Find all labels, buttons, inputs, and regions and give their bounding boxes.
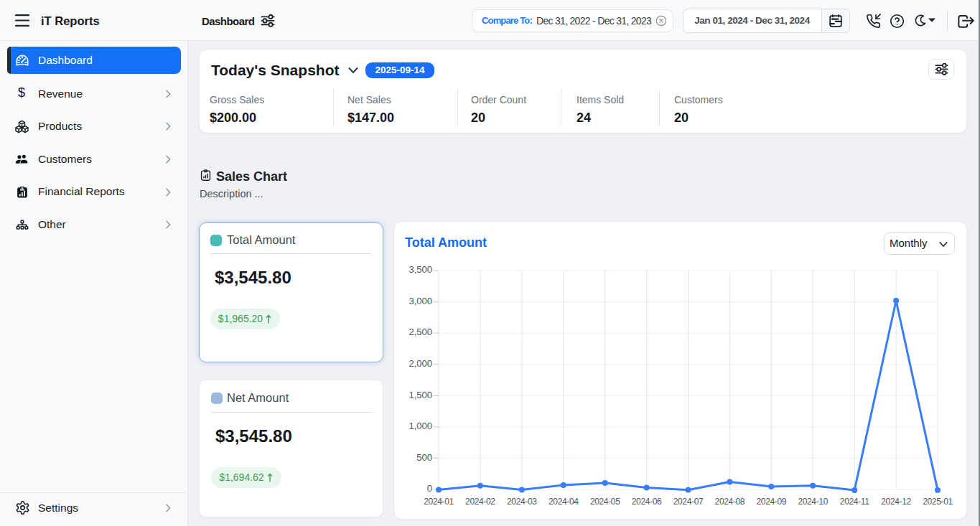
svg-text:2024-07: 2024-07 [673,497,704,507]
svg-text:2024-09: 2024-09 [757,497,787,507]
svg-text:3,500: 3,500 [409,264,432,275]
svg-text:2024-10: 2024-10 [798,497,828,507]
svg-text:2,000: 2,000 [409,358,432,369]
svg-text:2024-02: 2024-02 [465,497,495,507]
svg-text:2024-08: 2024-08 [715,497,745,507]
svg-text:500: 500 [416,452,432,463]
svg-text:2,500: 2,500 [409,327,432,337]
svg-text:2025-01: 2025-01 [923,497,953,507]
svg-text:1,000: 1,000 [409,421,432,431]
svg-text:2024-06: 2024-06 [632,497,662,507]
svg-text:1,500: 1,500 [409,390,432,400]
svg-text:2024-04: 2024-04 [549,497,579,507]
svg-text:2024-03: 2024-03 [507,497,537,507]
svg-text:2024-11: 2024-11 [840,497,869,507]
svg-text:2024-12: 2024-12 [881,497,911,507]
svg-text:2024-05: 2024-05 [590,497,620,507]
svg-text:0: 0 [427,483,432,494]
svg-text:2024-01: 2024-01 [424,497,454,507]
svg-text:3,000: 3,000 [409,296,432,306]
